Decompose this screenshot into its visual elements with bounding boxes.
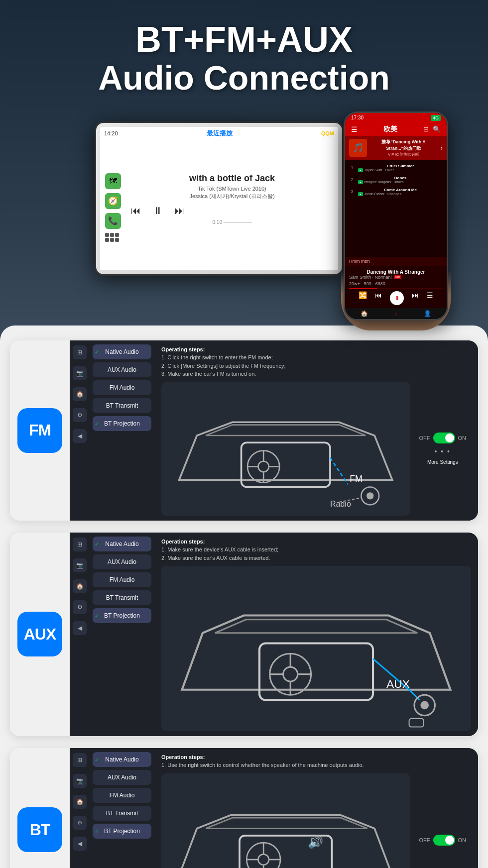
phone-list-icon[interactable]: ☰ — [427, 291, 433, 305]
bt-panel: ⊞ 📷 🏠 ⚙ ◀ ✓ Native Audio AUX Audio FM Au… — [70, 748, 478, 868]
car-qqm: QQM — [321, 130, 334, 136]
sidebar-back-icon[interactable]: ◀ — [73, 429, 87, 443]
car-progress: 0:10 ──────── — [131, 219, 333, 225]
aux-button-list: ✓ Native Audio AUX Audio FM Audio BT Tra… — [90, 533, 154, 736]
fm-three-dots: • • • — [435, 447, 451, 455]
bt-button-list: ✓ Native Audio AUX Audio FM Audio BT Tra… — [90, 748, 154, 868]
aux-fm-audio-button[interactable]: FM Audio — [93, 572, 151, 587]
fm-fm-audio-button[interactable]: FM Audio — [93, 380, 151, 395]
phone-grid-icon[interactable]: ⊞ — [423, 125, 429, 133]
car-screen: 14:20 最近播放 QQM 🗺 🧭 📞 — [95, 121, 344, 276]
phone-nav-music[interactable]: ♪ — [394, 310, 397, 317]
hmm-banner: Hmm mtm — [345, 257, 447, 266]
list-item: 2 Bones ● Imagine Dragons · Bones — [347, 174, 445, 186]
phone-app-title: 欧美 — [383, 125, 397, 134]
song-artist-2: Imagine Dragons · Bones — [365, 180, 404, 184]
fm-badge: FM — [10, 340, 70, 521]
phone-menu-icon[interactable]: ☰ — [351, 125, 358, 133]
song-artist-3: Justin Bieber · Changes — [365, 192, 401, 196]
bt-sidebar-settings-icon[interactable]: ⚙ — [73, 816, 87, 830]
bt-bt-projection-button[interactable]: ✓ BT Projection — [93, 824, 151, 839]
hero-subtitle: Audio Connection — [10, 59, 478, 97]
fm-toggle-switch[interactable] — [433, 433, 455, 443]
phone-featured-sub: VIP-欧美热歌必听 — [371, 152, 436, 157]
aux-sidebar-home-icon[interactable]: 🏠 — [73, 579, 87, 593]
phone-progress-bar — [349, 288, 443, 289]
bt-card: BT ⊞ 📷 🏠 ⚙ ◀ ✓ Native Audio AUX Audio — [10, 748, 478, 868]
bt-aux-audio-button[interactable]: AUX Audio — [93, 770, 151, 785]
aux-sidebar-settings-icon[interactable]: ⚙ — [73, 600, 87, 614]
fm-native-audio-button[interactable]: ✓ Native Audio — [93, 344, 151, 359]
bt-sidebar-back-icon[interactable]: ◀ — [73, 837, 87, 851]
fm-panel: ⊞ 📷 🏠 ⚙ ◀ ✓ Native Audio AUX Audio FM Au… — [70, 340, 478, 521]
svg-rect-13 — [259, 644, 373, 700]
bt-native-check: ✓ — [95, 756, 99, 762]
svg-text:AUX: AUX — [386, 677, 410, 690]
fm-aux-audio-button[interactable]: AUX Audio — [93, 362, 151, 377]
phone-bottom-nav: 🏠 ♪ 👤 — [345, 308, 447, 319]
aux-diagram: AUX — [161, 566, 471, 731]
bt-sidebar-home-icon[interactable]: 🏠 — [73, 795, 87, 809]
bt-fm-audio-button[interactable]: FM Audio — [93, 788, 151, 803]
phone-next-icon[interactable]: ⏭ — [412, 291, 419, 305]
phone-shuffle-icon[interactable]: 🔀 — [359, 291, 367, 305]
phone-prev-icon[interactable]: ⏮ — [375, 291, 382, 305]
aux-sidebar: ⊞ 📷 🏠 ⚙ ◀ — [70, 533, 90, 736]
aux-badge: AUX — [10, 533, 70, 736]
sidebar-grid-icon[interactable]: ⊞ — [73, 345, 87, 359]
song-badge-3: ● — [358, 192, 363, 196]
aux-aux-audio-button[interactable]: AUX Audio — [93, 554, 151, 569]
car-screen-content: 🗺 🧭 📞 — [100, 140, 338, 270]
phone-chevron-icon[interactable]: › — [440, 144, 443, 152]
bt-sidebar-camera-icon[interactable]: 📷 — [73, 774, 87, 788]
sidebar-camera-icon[interactable]: 📷 — [73, 366, 87, 380]
fm-toggle-row: OFF ON — [419, 433, 467, 443]
aux-sidebar-grid-icon[interactable]: ⊞ — [73, 538, 87, 551]
svg-text:🔊: 🔊 — [308, 834, 324, 850]
fm-op-steps: Operating steps: 1. Click the right swit… — [161, 345, 471, 378]
aux-bt-transmit-button[interactable]: BT Transmit — [93, 590, 151, 605]
bt-diagram-area: Operation steps: 1. Use the right switch… — [154, 748, 478, 868]
hero-title: BT+FM+AUX — [10, 20, 478, 59]
song-name-2: Bones — [358, 176, 443, 180]
fm-proj-check: ✓ — [95, 420, 99, 427]
car-pause-icon[interactable]: ⏸ — [153, 205, 163, 217]
aux-native-audio-button[interactable]: ✓ Native Audio — [93, 537, 151, 551]
aux-bt-projection-button[interactable]: ✓ BT Projection — [93, 608, 151, 623]
car-rewind-icon[interactable]: ⏮ — [131, 205, 141, 217]
phone-topbar: ☰ 欧美 ⊞ 🔍 — [345, 123, 447, 136]
bt-bt-transmit-button[interactable]: BT Transmit — [93, 806, 151, 821]
aux-sidebar-back-icon[interactable]: ◀ — [73, 621, 87, 635]
fm-sidebar: ⊞ 📷 🏠 ⚙ ◀ — [70, 340, 90, 521]
song-name-1: Cruel Summer — [358, 164, 443, 168]
phone-nav-profile[interactable]: 👤 — [424, 310, 431, 317]
fm-car-svg: FM Radio — [161, 382, 410, 516]
bt-native-audio-button[interactable]: ✓ Native Audio — [93, 752, 151, 767]
fm-label: FM — [17, 408, 62, 453]
sidebar-home-icon[interactable]: 🏠 — [73, 387, 87, 401]
aux-sidebar-camera-icon[interactable]: 📷 — [73, 558, 87, 572]
bt-badge: BT — [10, 748, 70, 868]
bt-toggle-switch[interactable] — [433, 835, 455, 846]
bt-sidebar-grid-icon[interactable]: ⊞ — [73, 753, 87, 767]
phone-search-icon[interactable]: 🔍 — [433, 125, 441, 133]
bt-label: BT — [17, 807, 62, 852]
phone-play-button[interactable]: ⏸ — [390, 291, 404, 305]
phone-nav-home[interactable]: 🏠 — [361, 310, 368, 317]
phone-now-playing: Dancing With A Stranger Sam Smith · Norm… — [345, 266, 447, 308]
aux-label: AUX — [17, 612, 62, 656]
fm-bt-transmit-button[interactable]: BT Transmit — [93, 398, 151, 413]
phone-song-list: 1 Cruel Summer ● Taylor Swift · Lover 2 — [345, 160, 447, 257]
bt-toggle-knob — [445, 836, 454, 845]
bt-op-steps: Operation steps: 1. Use the right switch… — [161, 753, 471, 769]
svg-rect-23 — [409, 719, 424, 727]
phone-np-artist: Sam Smith · Normani — [349, 275, 392, 280]
phone-signal: 4G — [431, 115, 441, 121]
svg-point-22 — [420, 701, 429, 710]
fm-bt-projection-button[interactable]: ✓ BT Projection — [93, 416, 151, 431]
fm-more-settings[interactable]: More Settings — [427, 459, 458, 465]
car-forward-icon[interactable]: ⏭ — [175, 205, 185, 217]
sidebar-settings-icon[interactable]: ⚙ — [73, 408, 87, 422]
car-back-label: 最近播放 — [207, 129, 233, 138]
fm-native-check: ✓ — [95, 348, 99, 355]
